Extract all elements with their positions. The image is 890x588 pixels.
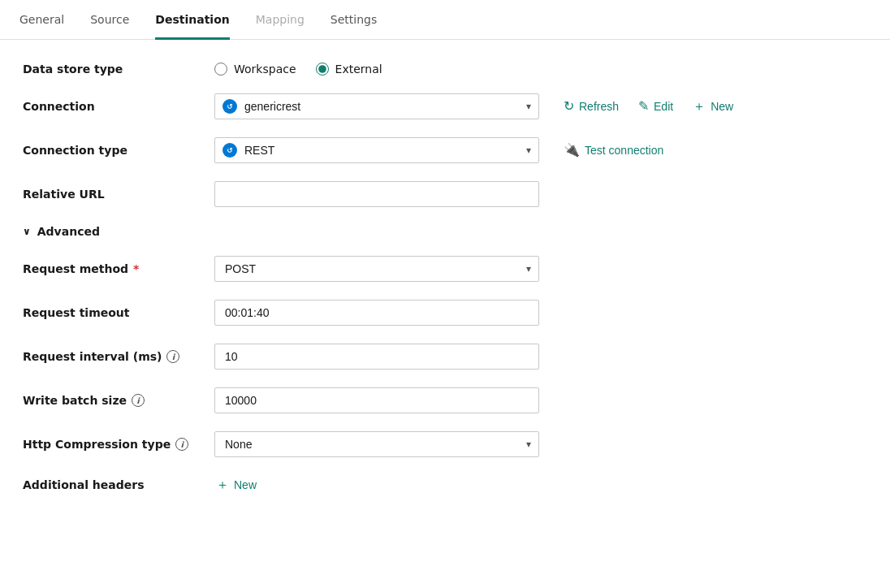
connection-type-select[interactable]: REST — [214, 137, 539, 163]
http-compression-type-select[interactable]: None GZip Deflate — [214, 431, 539, 457]
tab-settings[interactable]: Settings — [331, 0, 377, 40]
request-method-row: Request method * POST PUT PATCH GET DELE… — [23, 256, 867, 282]
write-batch-size-row: Write batch size i — [23, 387, 867, 413]
request-timeout-input[interactable] — [214, 300, 539, 326]
advanced-toggle[interactable]: ∨ Advanced — [23, 225, 867, 238]
workspace-radio-input[interactable] — [214, 63, 227, 76]
external-radio[interactable]: External — [316, 63, 382, 76]
request-method-required: * — [133, 262, 139, 275]
connection-icon: ↺ — [222, 99, 237, 114]
request-interval-control — [214, 344, 539, 370]
connection-type-label: Connection type — [23, 144, 201, 157]
tab-mapping[interactable]: Mapping — [256, 0, 305, 40]
request-method-label: Request method * — [23, 262, 201, 275]
edit-button[interactable]: ✎ Edit — [637, 97, 675, 116]
http-compression-type-select-wrapper: None GZip Deflate ▾ — [214, 431, 539, 457]
chevron-down-icon: ∨ — [23, 226, 31, 237]
request-interval-input[interactable] — [214, 344, 539, 370]
request-method-select[interactable]: POST PUT PATCH GET DELETE — [214, 256, 539, 282]
refresh-icon: ↻ — [564, 100, 574, 113]
plus-icon: ＋ — [693, 100, 706, 113]
additional-headers-row: Additional headers ＋ New — [23, 475, 867, 495]
http-compression-type-row: Http Compression type i None GZip Deflat… — [23, 431, 867, 457]
connection-select-wrapper: ↺ genericrest ▾ — [214, 93, 539, 119]
connection-row: Connection ↺ genericrest ▾ ↻ Refresh ✎ E… — [23, 93, 867, 119]
refresh-button[interactable]: ↻ Refresh — [562, 97, 620, 116]
connection-label: Connection — [23, 100, 201, 113]
destination-form: Data store type Workspace External Conne… — [0, 40, 890, 535]
connection-actions: ↻ Refresh ✎ Edit ＋ New — [562, 97, 735, 116]
test-connection-icon: 🔌 — [564, 144, 580, 157]
write-batch-size-input[interactable] — [214, 387, 539, 413]
request-interval-row: Request interval (ms) i — [23, 344, 867, 370]
connection-type-row: Connection type ↺ REST ▾ 🔌 Test connecti… — [23, 137, 867, 163]
new-label: New — [711, 100, 733, 113]
relative-url-input[interactable] — [214, 181, 539, 207]
data-store-type-label: Data store type — [23, 63, 201, 76]
tab-source[interactable]: Source — [90, 0, 129, 40]
request-method-select-wrapper: POST PUT PATCH GET DELETE ▾ — [214, 256, 539, 282]
request-method-control: POST PUT PATCH GET DELETE ▾ — [214, 256, 539, 282]
test-connection-label: Test connection — [585, 144, 663, 157]
write-batch-size-control — [214, 387, 539, 413]
tab-destination[interactable]: Destination — [155, 0, 229, 40]
http-compression-type-control: None GZip Deflate ▾ — [214, 431, 539, 457]
external-radio-input[interactable] — [316, 63, 329, 76]
connection-select[interactable]: genericrest — [214, 93, 539, 119]
http-compression-info-icon[interactable]: i — [175, 438, 188, 451]
request-interval-info-icon[interactable]: i — [166, 350, 179, 363]
connection-type-actions: 🔌 Test connection — [562, 141, 665, 160]
tab-bar: General Source Destination Mapping Setti… — [0, 0, 890, 40]
new-button[interactable]: ＋ New — [691, 97, 735, 116]
http-compression-type-label: Http Compression type i — [23, 438, 201, 451]
connection-type-icon: ↺ — [222, 143, 237, 158]
request-timeout-row: Request timeout — [23, 300, 867, 326]
edit-label: Edit — [654, 100, 673, 113]
external-radio-label: External — [335, 63, 382, 76]
data-store-type-row: Data store type Workspace External — [23, 63, 867, 76]
test-connection-button[interactable]: 🔌 Test connection — [562, 141, 665, 160]
additional-headers-plus-icon: ＋ — [216, 478, 229, 491]
request-interval-label: Request interval (ms) i — [23, 350, 201, 363]
relative-url-row: Relative URL — [23, 181, 867, 207]
request-timeout-control — [214, 300, 539, 326]
additional-headers-new-button[interactable]: ＋ New — [214, 475, 258, 495]
additional-headers-label: Additional headers — [23, 478, 201, 491]
advanced-label: Advanced — [37, 225, 100, 238]
additional-headers-new-label: New — [234, 478, 257, 491]
workspace-radio-label: Workspace — [234, 63, 296, 76]
workspace-radio[interactable]: Workspace — [214, 63, 296, 76]
connection-type-control: ↺ REST ▾ — [214, 137, 539, 163]
connection-type-select-wrapper: ↺ REST ▾ — [214, 137, 539, 163]
data-store-type-options: Workspace External — [214, 63, 382, 76]
additional-headers-control: ＋ New — [214, 475, 539, 495]
write-batch-size-label: Write batch size i — [23, 394, 201, 407]
write-batch-size-info-icon[interactable]: i — [132, 394, 145, 407]
relative-url-control — [214, 181, 539, 207]
connection-control: ↺ genericrest ▾ — [214, 93, 539, 119]
refresh-label: Refresh — [579, 100, 619, 113]
relative-url-label: Relative URL — [23, 188, 201, 201]
edit-icon: ✎ — [638, 100, 649, 113]
tab-general[interactable]: General — [19, 0, 64, 40]
request-timeout-label: Request timeout — [23, 306, 201, 319]
